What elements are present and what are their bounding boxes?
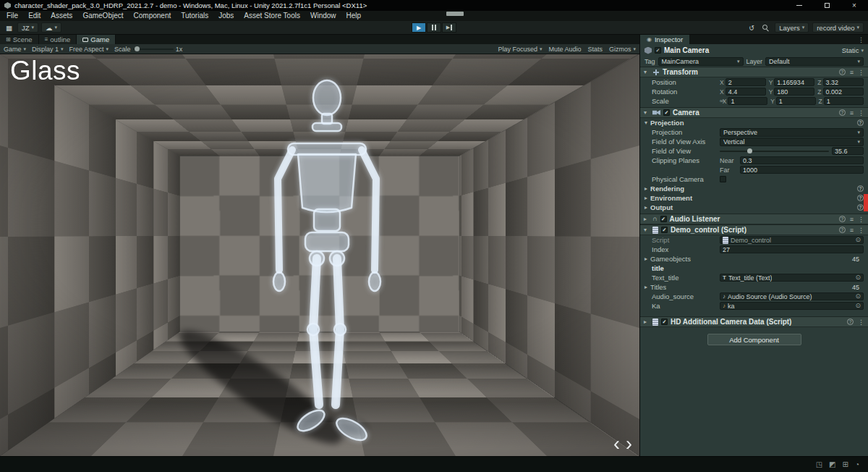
stats-toggle[interactable]: Stats bbox=[587, 46, 603, 53]
kebab-menu-icon[interactable]: ⋮ bbox=[858, 216, 864, 223]
object-picker-icon[interactable]: ⊙ bbox=[855, 237, 861, 243]
preset-icon[interactable]: ≡ bbox=[850, 69, 854, 76]
help-icon[interactable]: ? bbox=[847, 319, 854, 325]
layer-dropdown[interactable]: Default ▾ bbox=[765, 57, 864, 66]
tab-game[interactable]: Game bbox=[77, 35, 116, 44]
lighting-status-icon[interactable]: ◩ bbox=[829, 460, 835, 468]
titles-size[interactable]: 45 bbox=[852, 284, 864, 291]
menu-file[interactable]: File bbox=[1, 11, 23, 21]
game-viewport[interactable]: Glass ‹ › bbox=[0, 54, 639, 456]
display-dropdown[interactable]: Display 1 ▾ bbox=[32, 46, 64, 53]
physical-camera-checkbox[interactable] bbox=[720, 176, 726, 182]
foldout-icon[interactable]: ▾ bbox=[644, 227, 650, 233]
hd-camera-checkbox[interactable]: ✓ bbox=[661, 319, 668, 325]
help-icon[interactable]: ? bbox=[839, 227, 846, 233]
preset-icon[interactable]: ≡ bbox=[850, 216, 854, 223]
pause-button[interactable] bbox=[427, 22, 441, 33]
foldout-icon[interactable]: ▸ bbox=[644, 319, 650, 325]
kebab-menu-icon[interactable]: ⋮ bbox=[858, 227, 864, 234]
script-object-field[interactable]: Demo_control ⊙ bbox=[720, 236, 864, 244]
kebab-menu-icon[interactable]: ⋮ bbox=[858, 36, 868, 43]
scale-z-field[interactable]: 1 bbox=[824, 97, 864, 105]
projection-section-header[interactable]: ▾ Projection ? bbox=[640, 118, 868, 127]
menu-edit[interactable]: Edit bbox=[23, 11, 46, 21]
tab-outline[interactable]: ≡ outline bbox=[39, 35, 77, 44]
text-title-object-field[interactable]: T Text_title (Text) ⊙ bbox=[720, 274, 864, 282]
menu-component[interactable]: Component bbox=[129, 11, 176, 21]
preset-icon[interactable]: ≡ bbox=[850, 227, 854, 234]
menu-jobs[interactable]: Jobs bbox=[213, 11, 239, 21]
hd-camera-data-header[interactable]: ▸ ✓ HD Additional Camera Data (Script) ?… bbox=[640, 316, 868, 327]
gameobjects-row[interactable]: ▸ Gameobjects 45 bbox=[640, 254, 868, 264]
account-dropdown[interactable]: JZ ▾ bbox=[17, 22, 38, 33]
cloud-services-dropdown[interactable]: ☁ ▾ bbox=[41, 22, 61, 33]
layers-dropdown[interactable]: Layers ▾ bbox=[775, 22, 809, 33]
foldout-icon[interactable]: ▸ bbox=[644, 216, 650, 222]
help-icon[interactable]: ? bbox=[839, 109, 846, 116]
progress-status-icon[interactable]: ◔ bbox=[855, 460, 859, 468]
fov-slider[interactable] bbox=[720, 151, 829, 152]
kebab-menu-icon[interactable]: ⋮ bbox=[858, 69, 864, 76]
help-icon[interactable]: ? bbox=[839, 216, 846, 222]
tab-scene[interactable]: ⊞ Scene bbox=[0, 35, 39, 44]
help-icon[interactable]: ? bbox=[857, 195, 864, 201]
menu-tutorials[interactable]: Tutorials bbox=[176, 11, 213, 21]
scale-x-field[interactable]: 1 bbox=[728, 97, 767, 105]
camera-enabled-checkbox[interactable]: ✓ bbox=[663, 109, 670, 116]
index-field[interactable]: 27 bbox=[720, 245, 864, 253]
fov-slider-knob[interactable] bbox=[747, 148, 752, 153]
rotation-x-field[interactable]: 4.4 bbox=[726, 88, 766, 96]
titles-row[interactable]: ▸ Titles 45 bbox=[640, 282, 868, 292]
kebab-menu-icon[interactable]: ⋮ bbox=[858, 109, 864, 117]
preset-icon[interactable]: ≡ bbox=[850, 109, 854, 117]
help-icon[interactable]: ? bbox=[857, 119, 864, 126]
scale-slider-knob[interactable] bbox=[135, 46, 140, 51]
tag-dropdown[interactable]: MainCamera ▾ bbox=[658, 57, 744, 66]
gameobjects-size[interactable]: 45 bbox=[852, 256, 864, 263]
help-icon[interactable]: ? bbox=[839, 69, 846, 75]
object-picker-icon[interactable]: ⊙ bbox=[855, 274, 861, 281]
menu-assets[interactable]: Assets bbox=[46, 11, 77, 21]
game-mode-dropdown[interactable]: Game ▾ bbox=[4, 46, 26, 53]
prev-shader-button[interactable]: ‹ bbox=[613, 433, 620, 455]
audio-source-object-field[interactable]: ♪ Audio Source (Audio Source) ⊙ bbox=[720, 292, 864, 300]
play-focused-dropdown[interactable]: Play Focused ▾ bbox=[498, 46, 542, 53]
tab-inspector[interactable]: ◉ Inspector bbox=[640, 35, 689, 44]
menu-gameobject[interactable]: GameObject bbox=[77, 11, 128, 21]
position-z-field[interactable]: 3.32 bbox=[823, 78, 864, 86]
output-section-header[interactable]: ▸ Output ? bbox=[640, 203, 868, 212]
help-icon[interactable]: ? bbox=[857, 185, 864, 192]
fov-value-field[interactable]: 35.6 bbox=[832, 147, 864, 155]
mute-audio-toggle[interactable]: Mute Audio bbox=[548, 46, 581, 53]
far-field[interactable]: 1000 bbox=[740, 166, 864, 174]
object-picker-icon[interactable]: ⊙ bbox=[855, 303, 861, 309]
transform-component-header[interactable]: ▾ Transform ? ≡ ⋮ bbox=[640, 67, 868, 77]
rendering-section-header[interactable]: ▸ Rendering ? bbox=[640, 184, 868, 193]
demo-control-header[interactable]: ▾ ✓ Demo_control (Script) ? ≡ ⋮ bbox=[640, 224, 868, 235]
scale-y-field[interactable]: 1 bbox=[776, 97, 816, 105]
projection-dropdown[interactable]: Perspective ▾ bbox=[720, 128, 864, 137]
rotation-y-field[interactable]: 180 bbox=[774, 88, 814, 96]
object-picker-icon[interactable]: ⊙ bbox=[855, 293, 861, 300]
environment-section-header[interactable]: ▸ Environment ? bbox=[640, 193, 868, 203]
audio-listener-checkbox[interactable]: ✓ bbox=[660, 216, 667, 222]
layout-dropdown[interactable]: record video ▾ bbox=[812, 22, 864, 33]
package-status-icon[interactable]: ◳ bbox=[816, 460, 822, 468]
console-status-icon[interactable]: ⊞ bbox=[843, 460, 848, 468]
search-button[interactable] bbox=[760, 22, 771, 33]
maximize-button[interactable] bbox=[813, 0, 841, 11]
minimize-button[interactable] bbox=[786, 0, 813, 11]
foldout-icon[interactable]: ▾ bbox=[644, 69, 650, 75]
foldout-icon[interactable]: ▾ bbox=[644, 109, 650, 116]
gameobject-name[interactable]: Main Camera bbox=[664, 46, 709, 54]
static-dropdown[interactable]: Static ▾ bbox=[842, 46, 864, 54]
play-button[interactable]: ▶ bbox=[412, 22, 426, 33]
undo-history-button[interactable]: ↺ bbox=[746, 22, 757, 33]
menu-help[interactable]: Help bbox=[341, 11, 367, 21]
step-button[interactable]: ▶ bbox=[442, 22, 456, 33]
audio-listener-header[interactable]: ▸ ∩ ✓ Audio Listener ? ≡ ⋮ bbox=[640, 214, 868, 224]
add-component-button[interactable]: Add Component bbox=[707, 334, 801, 345]
next-shader-button[interactable]: › bbox=[626, 433, 632, 455]
gameobject-active-checkbox[interactable]: ✓ bbox=[655, 47, 661, 54]
menu-window[interactable]: Window bbox=[305, 11, 341, 21]
